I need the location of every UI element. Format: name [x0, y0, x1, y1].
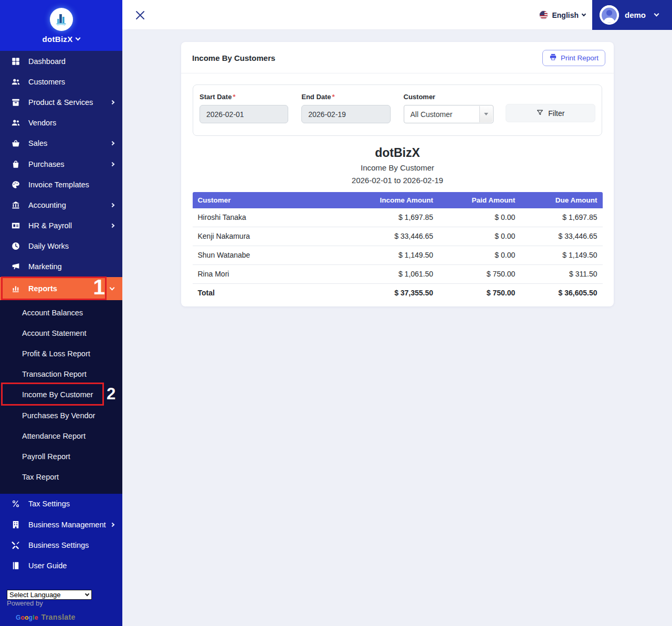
sidebar-item-tax-settings[interactable]: Tax Settings	[0, 494, 122, 514]
sidebar: dotBizX DashboardCustomersProduct & Serv…	[0, 0, 122, 626]
palette-icon	[10, 179, 20, 189]
close-icon[interactable]	[135, 10, 145, 20]
submenu-item-payroll-report[interactable]: Payroll Report	[0, 446, 122, 466]
users-icon	[10, 118, 20, 128]
income-by-customer-table: CustomerIncome AmountPaid AmountDue Amou…	[193, 192, 603, 302]
submenu-item-transaction-report[interactable]: Transaction Report	[0, 364, 122, 385]
sidebar-bottom-menu: Tax SettingsBusiness ManagementBusiness …	[0, 494, 122, 576]
annotation-number-2: 2	[107, 385, 116, 404]
submenu-item-purchases-by-vendor[interactable]: Purchases By Vendor	[0, 405, 122, 426]
powered-by-label: Powered by	[7, 599, 43, 607]
chevron-down-icon	[484, 113, 488, 115]
user-menu[interactable]: demo	[592, 0, 672, 30]
table-column-header: Due Amount	[520, 192, 602, 208]
tools-icon	[10, 540, 20, 550]
box-icon	[10, 97, 20, 107]
table-total-row: Total$ 37,355.50$ 750.00$ 36,605.50	[193, 284, 603, 303]
report-title: Income By Customer	[181, 163, 614, 172]
google-translate-select[interactable]: Select Language	[7, 590, 92, 600]
basket-icon	[10, 139, 20, 148]
submenu-item-account-balances[interactable]: Account Balances	[0, 302, 122, 323]
table-column-header: Customer	[193, 192, 349, 208]
sidebar-item-user-guide[interactable]: User Guide	[0, 555, 122, 576]
grid-icon	[10, 56, 20, 66]
print-report-button[interactable]: Print Report	[542, 50, 605, 66]
annotation-box-2	[1, 383, 104, 406]
sidebar-item-product-and-services[interactable]: Product & Services	[0, 92, 122, 112]
end-date-input[interactable]	[301, 105, 390, 123]
report-date-range: 2026-02-01 to 2026-02-19	[181, 176, 614, 185]
table-row: Rina Mori$ 1,061.50$ 750.00$ 311.50	[193, 265, 603, 284]
submenu-item-profit-and-loss-report[interactable]: Profit & Loss Report	[0, 343, 122, 364]
chevron-down-icon	[85, 592, 89, 596]
google-logo: Google	[16, 614, 38, 621]
chevron-down-icon	[582, 12, 586, 16]
chevron-down-icon	[76, 35, 81, 40]
book-icon	[10, 560, 20, 570]
customer-field: Customer All Customer	[404, 93, 494, 123]
printer-icon	[549, 53, 557, 62]
sidebar-item-purchases[interactable]: Purchases	[0, 154, 122, 174]
report-card: Income By Customers Print Report Start D…	[181, 42, 614, 306]
sidebar-item-dashboard[interactable]: Dashboard	[0, 51, 122, 71]
submenu-item-account-statement[interactable]: Account Statement	[0, 323, 122, 343]
chevron-right-icon	[110, 162, 114, 166]
report-heading: dotBizX Income By Customer 2026-02-01 to…	[181, 146, 614, 185]
shopping-bag-icon	[10, 159, 20, 169]
topbar: English demo	[122, 0, 672, 30]
language-selector[interactable]: English	[539, 0, 585, 30]
required-asterisk: *	[233, 93, 235, 101]
users-icon	[10, 77, 20, 87]
sidebar-item-customers[interactable]: Customers	[0, 71, 122, 92]
google-translate-brand[interactable]: Google Translate	[16, 613, 76, 621]
submenu-item-attendance-report[interactable]: Attendance Report	[0, 426, 122, 446]
table-column-header: Income Amount	[348, 192, 438, 208]
clock-icon	[10, 241, 20, 251]
building-icon	[10, 519, 20, 529]
page-title: Income By Customers	[192, 54, 275, 62]
brand-name[interactable]: dotBizX	[43, 35, 80, 44]
sidebar-item-invoice-templates[interactable]: Invoice Templates	[0, 174, 122, 195]
table-row: Shun Watanabe$ 1,149.50$ 0.00$ 1,149.50	[193, 246, 603, 265]
chevron-right-icon	[110, 100, 114, 104]
sidebar-item-hr-and-payroll[interactable]: HR & Payroll	[0, 216, 122, 236]
chevron-right-icon	[110, 203, 114, 207]
chevron-right-icon	[110, 522, 114, 526]
sidebar-main-menu: DashboardCustomersProduct & ServicesVend…	[0, 51, 122, 300]
chevron-down-icon	[110, 285, 115, 291]
submenu-item-tax-report[interactable]: Tax Report	[0, 467, 122, 487]
filter-button[interactable]: Filter	[506, 104, 595, 122]
sidebar-header: dotBizX	[0, 0, 122, 51]
megaphone-icon	[10, 262, 20, 272]
sidebar-item-vendors[interactable]: Vendors	[0, 113, 122, 133]
funnel-icon	[536, 109, 544, 118]
brand-logo-icon[interactable]	[50, 8, 73, 31]
table-row: Hiroshi Tanaka$ 1,697.85$ 0.00$ 1,697.85	[193, 208, 603, 227]
start-date-input[interactable]	[200, 105, 288, 123]
end-date-field: End Date*	[301, 93, 390, 123]
filter-panel: Start Date* End Date* Customer All Custo…	[193, 84, 602, 136]
table-row: Kenji Nakamura$ 33,446.65$ 0.00$ 33,446.…	[193, 227, 603, 246]
chevron-right-icon	[110, 224, 114, 228]
sidebar-item-business-settings[interactable]: Business Settings	[0, 535, 122, 555]
main-content: Income By Customers Print Report Start D…	[122, 30, 672, 626]
sidebar-item-sales[interactable]: Sales	[0, 133, 122, 154]
annotation-number-1: 1	[84, 275, 105, 300]
table-column-header: Paid Amount	[438, 192, 520, 208]
us-flag-icon	[539, 10, 548, 19]
percent-icon	[10, 499, 20, 509]
sidebar-item-daily-works[interactable]: Daily Works	[0, 236, 122, 257]
avatar	[600, 5, 619, 25]
sidebar-item-accounting[interactable]: Accounting	[0, 195, 122, 215]
sidebar-item-marketing[interactable]: Marketing	[0, 257, 122, 277]
chevron-down-icon	[654, 12, 659, 17]
payroll-icon	[10, 221, 20, 231]
select-caret-zone	[479, 106, 492, 122]
sidebar-item-business-management[interactable]: Business Management	[0, 514, 122, 535]
table-header-row: CustomerIncome AmountPaid AmountDue Amou…	[193, 192, 603, 208]
start-date-field: Start Date*	[200, 93, 288, 123]
customer-select[interactable]: All Customer	[404, 105, 494, 123]
user-name: demo	[625, 10, 646, 19]
translate-label: Translate	[41, 613, 76, 621]
bank-icon	[10, 200, 20, 210]
